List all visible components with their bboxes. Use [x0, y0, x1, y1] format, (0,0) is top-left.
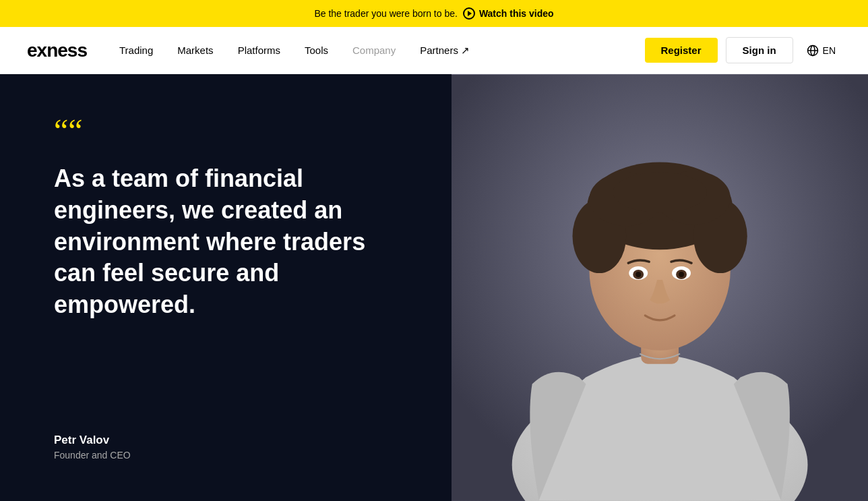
- banner-video-link[interactable]: Watch this video: [463, 7, 554, 20]
- logo[interactable]: exness: [27, 40, 87, 61]
- play-triangle-icon: [468, 11, 472, 16]
- logo-text: exness: [27, 40, 87, 61]
- nav-partners[interactable]: Partners ↗: [420, 45, 470, 57]
- register-button[interactable]: Register: [645, 38, 718, 63]
- svg-point-18: [679, 272, 684, 277]
- signin-button[interactable]: Sign in: [726, 37, 793, 63]
- hero-author: Petr Valov Founder and CEO: [54, 407, 398, 461]
- banner-text: Be the trader you were born to be.: [314, 8, 457, 19]
- play-icon: [463, 7, 475, 20]
- svg-point-12: [613, 172, 707, 212]
- nav-actions: Register Sign in EN: [645, 37, 841, 63]
- hero-section: ““ As a team of financial engineers, we …: [0, 74, 868, 501]
- person-image: [452, 74, 868, 501]
- language-selector[interactable]: EN: [801, 40, 841, 61]
- quote-content: ““ As a team of financial engineers, we …: [54, 115, 398, 321]
- svg-point-15: [636, 272, 641, 277]
- nav-platforms[interactable]: Platforms: [238, 45, 280, 56]
- banner-link-text: Watch this video: [479, 8, 554, 19]
- top-banner: Be the trader you were born to be. Watch…: [0, 0, 868, 27]
- person-illustration: [452, 74, 868, 501]
- navbar: exness Trading Markets Platforms Tools C…: [0, 27, 868, 74]
- globe-icon: [807, 45, 819, 57]
- nav-markets[interactable]: Markets: [177, 45, 213, 56]
- nav-company[interactable]: Company: [352, 45, 396, 56]
- nav-tools[interactable]: Tools: [305, 45, 328, 56]
- author-name: Petr Valov: [54, 434, 398, 447]
- nav-links: Trading Markets Platforms Tools Company …: [119, 45, 645, 57]
- lang-label: EN: [823, 45, 836, 56]
- nav-trading[interactable]: Trading: [119, 45, 153, 56]
- hero-quote: As a team of financial engineers, we cre…: [54, 163, 398, 321]
- hero-left-panel: ““ As a team of financial engineers, we …: [0, 74, 452, 501]
- hero-right-panel: [452, 74, 868, 501]
- quote-marks: ““: [54, 115, 398, 147]
- author-title: Founder and CEO: [54, 450, 398, 461]
